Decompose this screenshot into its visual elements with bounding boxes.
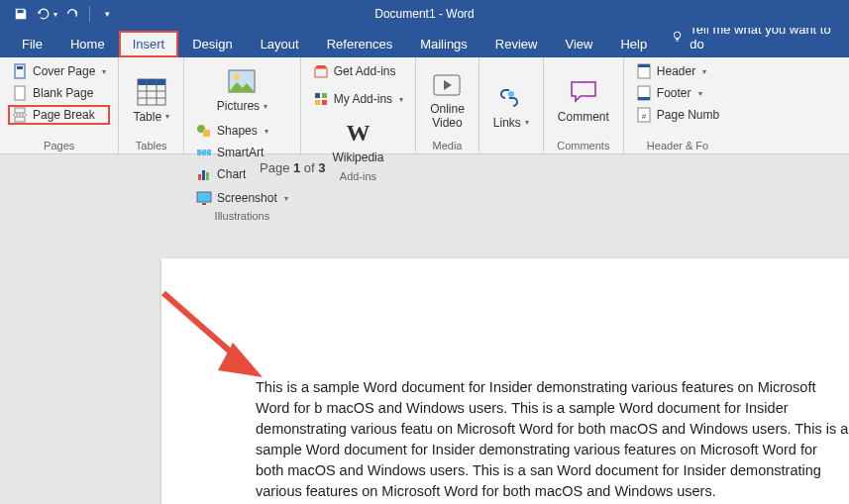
blank-page-label: Blank Page [33, 86, 93, 100]
comment-label: Comment [558, 110, 609, 124]
svg-point-0 [674, 32, 681, 39]
tab-review[interactable]: Review [481, 31, 552, 57]
svg-rect-30 [638, 97, 650, 100]
svg-rect-3 [15, 86, 25, 100]
table-icon [136, 76, 167, 108]
group-comments-label: Comments [552, 138, 615, 151]
group-headerfooter-label: Header & Fo [632, 138, 723, 151]
svg-point-9 [234, 74, 240, 80]
tab-layout[interactable]: Layout [247, 31, 313, 57]
document-page[interactable]: This is a sample Word document for Insid… [161, 258, 849, 504]
tab-mailings[interactable]: Mailings [406, 31, 481, 57]
online-video-button[interactable]: OnlineVideo [424, 65, 471, 133]
page-number-icon: # [636, 107, 652, 123]
comment-icon [568, 76, 599, 108]
header-icon [636, 63, 652, 79]
svg-rect-22 [322, 93, 327, 98]
svg-point-26 [508, 91, 514, 97]
pictures-label: Pictures [217, 99, 260, 113]
header-button[interactable]: Header ▾ [632, 61, 723, 81]
svg-rect-20 [315, 68, 327, 77]
store-icon [313, 63, 329, 79]
blank-page-button[interactable]: Blank Page [8, 83, 110, 103]
table-button[interactable]: Table▾ [127, 72, 175, 128]
tab-design[interactable]: Design [178, 31, 246, 57]
page-number-label: Page Numb [657, 108, 719, 122]
page-break-icon [12, 107, 28, 123]
customize-qat-button[interactable]: ▾ [96, 3, 118, 25]
footer-button[interactable]: Footer ▾ [632, 83, 723, 103]
group-links: Links▾ [479, 57, 544, 153]
title-bar: ▾ ▾ Document1 - Word [0, 0, 849, 28]
group-comments: Comment Comments [544, 57, 624, 153]
tab-view[interactable]: View [551, 31, 606, 57]
tab-insert[interactable]: Insert [119, 31, 179, 57]
group-tables: Table▾ Tables [119, 57, 184, 153]
redo-button[interactable] [61, 3, 83, 25]
links-button[interactable]: Links▾ [487, 78, 535, 134]
svg-rect-2 [17, 66, 23, 69]
ribbon-insert: Cover Page ▾ Blank Page Page Break Pages… [0, 57, 849, 154]
svg-rect-5 [15, 117, 25, 122]
svg-rect-11 [203, 130, 210, 137]
save-button[interactable] [10, 3, 32, 25]
links-label: Links [493, 116, 521, 130]
group-pages: Cover Page ▾ Blank Page Page Break Pages [0, 57, 119, 153]
footer-icon [636, 85, 652, 101]
group-media-label: Media [424, 138, 471, 151]
tab-references[interactable]: References [313, 31, 406, 57]
svg-rect-4 [15, 108, 25, 113]
cover-page-label: Cover Page [33, 64, 95, 78]
page-break-button[interactable]: Page Break [8, 105, 110, 125]
lightbulb-icon [671, 30, 684, 44]
online-video-label: OnlineVideo [430, 103, 465, 129]
comment-button[interactable]: Comment [552, 72, 615, 128]
page-break-label: Page Break [33, 108, 95, 122]
chevron-down-icon: ▾ [165, 112, 169, 121]
undo-button[interactable]: ▾ [36, 3, 57, 25]
group-tables-label: Tables [127, 138, 175, 151]
group-pages-label: Pages [8, 138, 110, 151]
chevron-down-icon: ▾ [702, 67, 706, 76]
quick-access-toolbar: ▾ ▾ [0, 3, 118, 25]
my-addins-label: My Add-ins [334, 92, 392, 106]
page-number-button[interactable]: # Page Numb [632, 105, 723, 125]
group-media: OnlineVideo Media [416, 57, 479, 153]
my-addins-button[interactable]: My Add-ins ▾ [309, 89, 407, 109]
chevron-down-icon: ▾ [102, 67, 106, 76]
cover-page-button[interactable]: Cover Page ▾ [8, 61, 110, 81]
chevron-down-icon: ▾ [265, 127, 268, 136]
group-header-footer: Header ▾ Footer ▾ # Page Numb Header & F… [624, 57, 731, 153]
svg-rect-24 [322, 100, 327, 105]
svg-text:#: # [642, 112, 647, 121]
chevron-down-icon: ▾ [264, 102, 267, 111]
tab-file[interactable]: File [8, 31, 56, 57]
svg-rect-23 [315, 100, 320, 105]
get-addins-button[interactable]: Get Add-ins [309, 61, 407, 81]
group-addins: Get Add-ins My Add-ins ▾ W Wikipedia Add… [301, 57, 416, 153]
get-addins-label: Get Add-ins [334, 64, 396, 78]
group-illustrations: Pictures▾ Shapes ▾ SmartArt Chart [184, 57, 301, 153]
wikipedia-icon: W [342, 117, 373, 149]
page-indicator: Page 1 of 3 [260, 160, 326, 175]
shapes-button[interactable]: Shapes ▾ [192, 121, 292, 141]
tab-help[interactable]: Help [606, 31, 661, 57]
chevron-down-icon: ▾ [399, 95, 403, 104]
chevron-down-icon: ▾ [525, 118, 529, 127]
header-label: Header [657, 64, 695, 78]
ribbon-tabs: File Home Insert Design Layout Reference… [0, 28, 849, 57]
body-paragraph[interactable]: This is a sample Word document for Insid… [256, 377, 849, 502]
svg-rect-21 [315, 93, 320, 98]
shapes-icon [196, 123, 212, 139]
group-links-label [487, 150, 535, 151]
chevron-down-icon: ▾ [698, 89, 702, 98]
tab-home[interactable]: Home [56, 31, 119, 57]
pictures-icon [226, 65, 258, 97]
pictures-button[interactable]: Pictures▾ [192, 61, 292, 117]
blank-page-icon [12, 85, 28, 101]
document-area: Page 1 of 3 This is a sample Word docume… [0, 154, 849, 504]
window-title: Document1 - Word [374, 7, 474, 21]
svg-rect-28 [638, 64, 650, 67]
addins-icon [313, 91, 329, 107]
svg-rect-7 [138, 79, 165, 85]
